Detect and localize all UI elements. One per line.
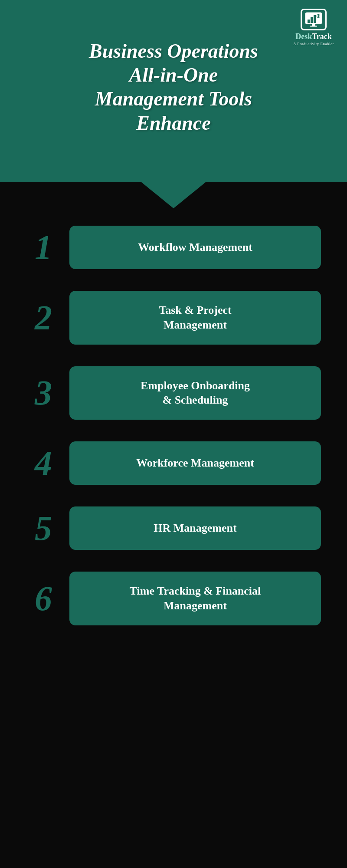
item-label: Workforce Management	[136, 456, 254, 470]
main-title: Business Operations All-in-One Managemen…	[89, 39, 258, 135]
list-item: 4Workforce Management	[26, 441, 321, 485]
item-label: Employee Onboarding& Scheduling	[141, 378, 250, 408]
svg-rect-8	[310, 26, 317, 27]
list-item: 6Time Tracking & FinancialManagement	[26, 572, 321, 625]
logo-brand-text: DeskTrack	[295, 32, 332, 41]
svg-rect-7	[312, 24, 315, 26]
logo-icon	[301, 9, 327, 30]
item-box: Workforce Management	[69, 441, 321, 485]
item-number: 3	[26, 375, 61, 410]
item-box: Task & ProjectManagement	[69, 291, 321, 345]
svg-rect-3	[314, 15, 316, 23]
item-label: HR Management	[154, 521, 236, 536]
item-box: Employee Onboarding& Scheduling	[69, 366, 321, 420]
logo-subtitle: A Productivity Enabler	[293, 42, 334, 46]
item-number: 1	[26, 230, 61, 265]
item-label: Task & ProjectManagement	[159, 303, 232, 332]
list-item: 2Task & ProjectManagement	[26, 291, 321, 345]
list-item: 3Employee Onboarding& Scheduling	[26, 366, 321, 420]
item-box: Time Tracking & FinancialManagement	[69, 572, 321, 625]
header-section: DeskTrack A Productivity Enabler Busines…	[0, 0, 347, 182]
chevron-arrow	[139, 180, 208, 208]
list-item: 1Workflow Management	[26, 226, 321, 269]
item-number: 4	[26, 446, 61, 480]
svg-rect-2	[311, 17, 313, 23]
items-section: 1Workflow Management2Task & ProjectManag…	[0, 182, 347, 651]
logo-container: DeskTrack A Productivity Enabler	[293, 9, 334, 46]
svg-rect-1	[308, 20, 310, 23]
item-box: Workflow Management	[69, 226, 321, 269]
item-number: 2	[26, 300, 61, 335]
item-number: 5	[26, 511, 61, 546]
item-label: Time Tracking & FinancialManagement	[130, 584, 261, 613]
list-item: 5HR Management	[26, 506, 321, 550]
item-number: 6	[26, 581, 61, 616]
item-box: HR Management	[69, 506, 321, 550]
item-label: Workflow Management	[138, 240, 252, 255]
